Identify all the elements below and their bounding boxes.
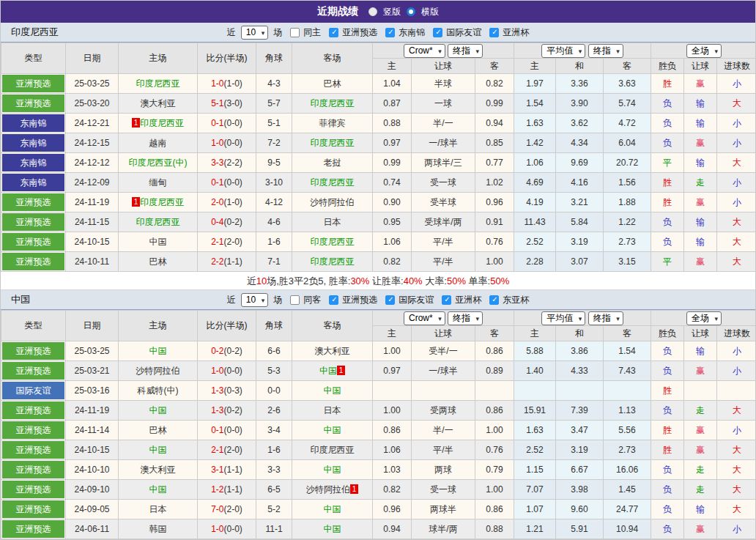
league-checkbox[interactable]	[329, 295, 338, 305]
away-team-cell: 澳大利亚	[292, 341, 373, 361]
away-team-cell: 老挝	[292, 153, 373, 173]
result-goals: 小	[717, 74, 756, 94]
league-label[interactable]: 亚洲杯	[503, 26, 529, 39]
handicap-line: 一球	[412, 94, 475, 114]
league-label[interactable]: 亚洲预选	[342, 294, 377, 306]
match-count-select[interactable]: 10	[241, 293, 268, 307]
away-team-cell: 印度尼西亚	[292, 232, 373, 252]
league-type-cell: 亚洲预选	[1, 74, 66, 94]
team-name: 沙特阿拉伯	[311, 197, 355, 207]
result-wdl: 胜	[651, 421, 684, 440]
team-name: 中国	[149, 237, 167, 247]
fulltime-score: 3-3	[211, 158, 223, 168]
avg-away-odds: 1.45	[604, 480, 651, 500]
match-count-select[interactable]: 10	[241, 26, 268, 40]
league-checkbox[interactable]	[442, 295, 451, 305]
horizontal-layout-radio[interactable]	[407, 7, 415, 16]
col-header-type: 类型	[1, 43, 66, 74]
same-home-checkbox[interactable]	[290, 28, 300, 37]
fullmatch-select[interactable]: 全场	[686, 311, 722, 325]
final-odds-select[interactable]: 终指	[448, 311, 483, 325]
fulltime-score: 7-0	[211, 504, 223, 514]
sub-header-avg-away: 客	[604, 59, 651, 74]
league-type-cell: 亚洲预选	[1, 361, 66, 381]
league-label[interactable]: 国际友谊	[399, 294, 434, 306]
average-select[interactable]: 平均值	[541, 44, 585, 58]
home-team-cell: 印度尼西亚	[119, 212, 198, 232]
bookmaker-select[interactable]: Crow*	[404, 44, 445, 58]
away-odds: 1.02	[475, 173, 514, 193]
vertical-layout-label[interactable]: 竖版	[383, 6, 401, 18]
summary-text: 近	[247, 275, 256, 286]
league-badge: 亚洲预选	[2, 213, 64, 231]
result-wdl: 胜	[651, 440, 684, 460]
same-home-label[interactable]: 同主	[303, 26, 321, 39]
vertical-layout-radio[interactable]	[368, 7, 377, 16]
fullmatch-select[interactable]: 全场	[686, 44, 722, 58]
away-team-cell: 日本	[292, 401, 373, 421]
same-away-checkbox[interactable]	[290, 295, 300, 305]
average-group-header: 平均值 终指	[514, 311, 651, 326]
summary-text: 单率:	[466, 275, 490, 286]
league-label[interactable]: 国际友谊	[446, 26, 481, 39]
average-select[interactable]: 平均值	[541, 311, 585, 325]
corner-score: 6-5	[256, 480, 292, 500]
handicap-line: 受球半/两	[412, 212, 475, 232]
home-team-cell: 中国	[119, 440, 198, 460]
sub-header-home-odds: 主	[373, 59, 412, 74]
away-odds: 0.89	[475, 361, 514, 381]
fulltime-score: 3-1	[211, 465, 223, 475]
fulltime-score: 1-3	[211, 385, 223, 396]
corner-score: 4-3	[256, 74, 292, 94]
corner-score: 5-3	[256, 361, 292, 381]
team-name: 印度尼西亚	[311, 138, 355, 148]
league-type-cell: 亚洲预选	[1, 232, 66, 252]
final-odds-select-2[interactable]: 终指	[588, 44, 623, 58]
score-cell: 3-3(2-2)	[198, 153, 256, 173]
score-cell: 0-4(0-2)	[198, 212, 256, 232]
league-badge: 亚洲预选	[2, 441, 64, 459]
corner-score: 11-1	[256, 519, 292, 539]
away-team-cell: 印度尼西亚	[292, 440, 373, 460]
near-label: 近	[227, 294, 236, 306]
col-header-type: 类型	[1, 311, 66, 341]
league-label[interactable]: 亚洲杯	[455, 294, 481, 306]
league-checkbox[interactable]	[433, 28, 442, 37]
corner-score: 2-6	[256, 401, 292, 421]
bookmaker-select[interactable]: Crow*	[404, 311, 445, 325]
league-label[interactable]: 亚洲预选	[342, 26, 377, 39]
team-name: 科威特(中)	[138, 385, 179, 396]
match-date: 24-12-21	[66, 114, 119, 133]
league-checkbox[interactable]	[385, 28, 395, 37]
halftime-score: (1-1)	[224, 256, 242, 267]
league-badge: 亚洲预选	[2, 402, 64, 419]
home-odds: 0.94	[373, 519, 412, 539]
league-checkbox[interactable]	[489, 295, 499, 305]
league-label[interactable]: 东南锦	[399, 26, 425, 39]
league-type-cell: 亚洲预选	[1, 440, 66, 460]
final-odds-select-2[interactable]: 终指	[588, 311, 623, 325]
final-odds-select[interactable]: 终指	[448, 44, 483, 58]
halftime-score: (0-3)	[224, 385, 242, 396]
horizontal-layout-label[interactable]: 横版	[421, 6, 439, 18]
sub-header-goals: 进球数	[717, 59, 756, 74]
home-team-cell: 1印度尼西亚	[119, 193, 198, 212]
league-checkbox[interactable]	[385, 295, 395, 305]
games-label: 场	[273, 26, 282, 39]
league-checkbox[interactable]	[489, 28, 499, 37]
match-date: 24-10-10	[66, 460, 119, 480]
avg-away-odds: 3.63	[604, 74, 651, 94]
avg-away-odds	[604, 381, 651, 401]
corner-score: 4-6	[256, 212, 292, 232]
col-header-score: 比分(半场)	[198, 43, 256, 74]
team-name: 老挝	[324, 158, 341, 168]
league-checkbox[interactable]	[329, 28, 338, 37]
avg-draw-odds: 3.86	[556, 341, 604, 361]
same-away-label[interactable]: 同客	[303, 294, 321, 306]
league-label[interactable]: 东亚杯	[503, 294, 529, 306]
avg-away-odds: 10.94	[604, 519, 651, 539]
home-team-cell: 印度尼西亚(中)	[119, 153, 198, 173]
match-date: 24-06-11	[66, 519, 119, 539]
league-badge: 亚洲预选	[2, 233, 64, 251]
halftime-score: (2-0)	[224, 237, 242, 247]
